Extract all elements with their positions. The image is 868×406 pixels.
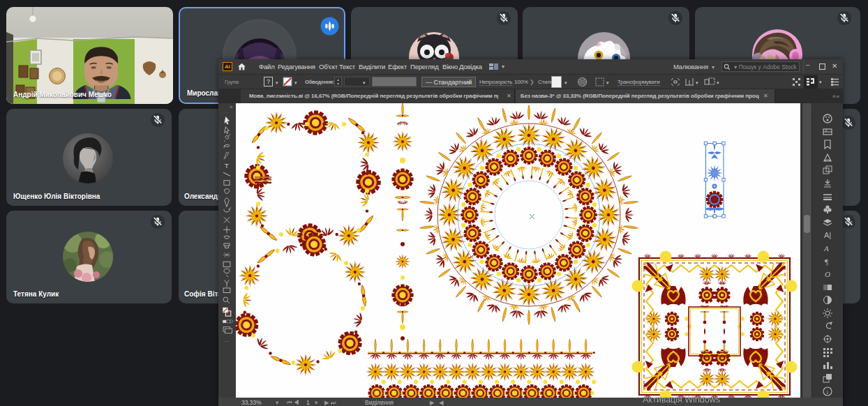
svg-text:¶: ¶: [825, 257, 828, 266]
svg-text:A: A: [823, 244, 829, 253]
svg-text:O: O: [825, 270, 830, 278]
svg-text:...: ...: [225, 337, 229, 343]
svg-text:A|: A|: [824, 231, 831, 239]
svg-text:i: i: [827, 388, 829, 395]
svg-text:T: T: [225, 162, 229, 170]
